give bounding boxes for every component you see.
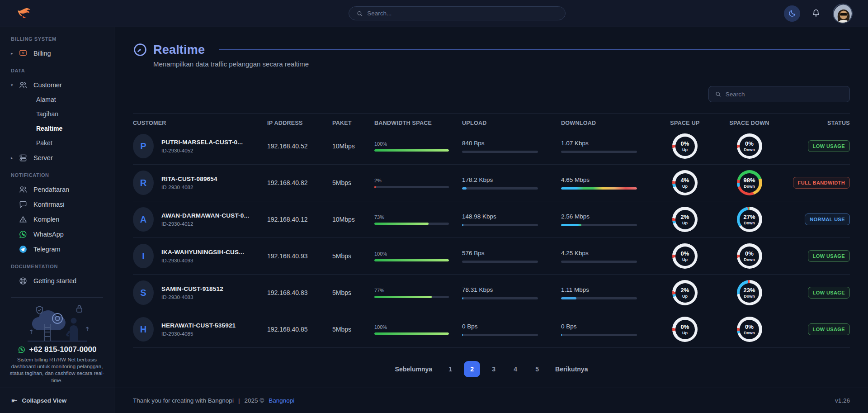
collapse-sidebar-button[interactable]: ⇤ Collapsed View [0, 388, 114, 413]
table-row[interactable]: I IKA-WAHYUNINGSIH-CUS... ID-2930-4093 1… [133, 238, 850, 275]
sidebar-item-komplen[interactable]: Komplen [0, 212, 114, 227]
bandwidth-percent-label: 100% [374, 141, 462, 147]
sidebar-subitem-alamat[interactable]: Alamat [0, 92, 114, 107]
progress-fill [561, 334, 562, 336]
main-content: Realtime Menampilkan data traffic pelang… [114, 27, 868, 388]
paket: 5Mbps [332, 179, 374, 186]
sidebar-item-getting-started[interactable]: Getting started [0, 273, 114, 288]
sidebar-subitem-paket[interactable]: Paket [0, 136, 114, 150]
space-down-gauge: 0%Down [737, 243, 762, 269]
space-down-direction: Down [744, 221, 755, 225]
column-header-space-up[interactable]: SPACE UP [670, 120, 699, 126]
footer-text: Thank you for creating with Bangnopi [133, 397, 234, 404]
progress-fill [561, 224, 581, 226]
pagination-next-button[interactable]: Berikutnya [551, 362, 592, 376]
ip-address: 192.168.40.52 [267, 142, 332, 150]
sidebar-item-telegram[interactable]: Telegram [0, 242, 114, 256]
pagination-prev-button[interactable]: Sebelumnya [391, 362, 437, 376]
sidebar-item-konfirmasi[interactable]: Konfirmasi [0, 197, 114, 212]
lifebuoy-icon [18, 276, 28, 286]
ip-address: 192.168.40.12 [267, 216, 332, 223]
sidebar-item-pendaftaran[interactable]: Pendaftaran [0, 182, 114, 197]
avatar[interactable] [833, 4, 853, 24]
column-header-customer[interactable]: CUSTOMER [133, 120, 267, 126]
column-header-status[interactable]: STATUS [827, 120, 850, 126]
progress-track [374, 259, 449, 261]
column-header-ip-address[interactable]: IP ADDRESS [267, 120, 332, 126]
upload-value: 840 Bps [462, 140, 561, 147]
table-row[interactable]: H HERAWATI-CUST-535921 ID-2930-4085 192.… [133, 311, 850, 348]
paket: 5Mbps [332, 252, 374, 260]
sidebar-nav: BILLING SYSTEM▸BillingDATA▾CustomerAlama… [0, 29, 114, 288]
telegram-icon [18, 244, 28, 254]
bandwidth-percent-label: 2% [374, 178, 462, 183]
sidebar-item-server[interactable]: ▸Server [0, 150, 114, 165]
progress-track [561, 187, 637, 190]
sidebar-item-billing[interactable]: ▸Billing [0, 46, 114, 61]
space-up-direction: Up [682, 257, 688, 262]
billing-icon [18, 48, 28, 58]
progress-track [561, 151, 637, 153]
footer-brand-link[interactable]: Bangnopi [269, 397, 294, 404]
notifications-button[interactable] [811, 8, 822, 19]
bandwidth-percent-label: 77% [374, 288, 462, 293]
global-search-input[interactable] [367, 10, 558, 17]
space-down-percent: 98% [743, 177, 755, 184]
logo-icon[interactable] [15, 4, 34, 23]
column-header-bandwidth-space[interactable]: BANDWIDTH SPACE [374, 120, 462, 126]
whatsapp-icon [18, 229, 28, 239]
space-up-gauge: 0%Up [672, 317, 698, 342]
customer-id: ID-2930-4085 [161, 331, 236, 337]
table-header: CUSTOMERIP ADDRESSPAKETBANDWIDTH SPACEUP… [133, 114, 850, 128]
column-header-download[interactable]: DOWNLOAD [561, 120, 653, 126]
pagination-page-3[interactable]: 3 [486, 361, 502, 377]
space-down-gauge: 27%Down [737, 207, 762, 232]
download-value: 0 Bps [561, 323, 653, 330]
progress-fill [374, 332, 449, 335]
table-row[interactable]: P PUTRI-MARSELA-CUST-0... ID-2930-4052 1… [133, 128, 850, 165]
pagination-page-4[interactable]: 4 [507, 361, 524, 377]
sidebar-subitem-realtime[interactable]: Realtime [0, 121, 114, 136]
download-value: 2.56 Mbps [561, 213, 653, 220]
avatar-initial: A [133, 207, 154, 232]
sidebar-subitem-tagihan[interactable]: Tagihan [0, 107, 114, 121]
space-up-gauge: 0%Up [672, 243, 698, 269]
space-up-gauge: 0%Up [672, 133, 698, 159]
sidebar-item-label: Customer [33, 81, 62, 89]
table-row[interactable]: S SAMIN-CUST-918512 ID-2930-4083 192.168… [133, 275, 850, 311]
server-icon [18, 153, 28, 163]
sidebar-item-label: Pendaftaran [33, 186, 69, 193]
customer-cell: I IKA-WAHYUNINGSIH-CUS... ID-2930-4093 [133, 244, 267, 268]
sidebar-item-whatsapp[interactable]: WhatsApp [0, 227, 114, 242]
sidebar-item-label: Komplen [33, 216, 59, 223]
space-up-direction: Up [682, 331, 688, 335]
users-icon [18, 185, 28, 195]
space-up-percent: 4% [681, 177, 689, 184]
sidebar-item-customer[interactable]: ▾Customer [0, 77, 114, 92]
dark-mode-toggle[interactable] [784, 5, 800, 22]
column-header-upload[interactable]: UPLOAD [462, 120, 561, 126]
customer-cell: A AWAN-DARMAWAN-CUST-0... ID-2930-4012 [133, 207, 267, 232]
customer-icon [18, 80, 28, 90]
space-down-direction: Down [744, 331, 755, 335]
space-up-direction: Up [682, 294, 688, 299]
space-up-gauge: 4%Up [672, 170, 698, 195]
progress-track [374, 149, 449, 152]
upload-cell: 78.31 Kbps [462, 286, 561, 299]
column-header-space-down[interactable]: SPACE DOWN [729, 120, 769, 126]
table-search-input[interactable] [726, 91, 844, 98]
pagination-page-1[interactable]: 1 [442, 361, 458, 377]
sidebar-item-label: Telegram [33, 246, 61, 253]
upload-value: 576 Bps [462, 250, 561, 256]
table-row[interactable]: R RITA-CUST-089654 ID-2930-4082 192.168.… [133, 165, 850, 201]
customer-id: ID-2930-4093 [161, 258, 244, 263]
global-search[interactable] [349, 6, 566, 20]
column-header-paket[interactable]: PAKET [332, 120, 374, 126]
sidebar-illustration [0, 299, 114, 345]
table-search[interactable] [708, 86, 850, 102]
bell-icon [811, 8, 821, 18]
pagination-page-5[interactable]: 5 [529, 361, 545, 377]
table-row[interactable]: A AWAN-DARMAWAN-CUST-0... ID-2930-4012 1… [133, 201, 850, 238]
pagination-page-2[interactable]: 2 [464, 361, 480, 377]
pagination: Sebelumnya 12345 Berikutnya [133, 361, 850, 377]
